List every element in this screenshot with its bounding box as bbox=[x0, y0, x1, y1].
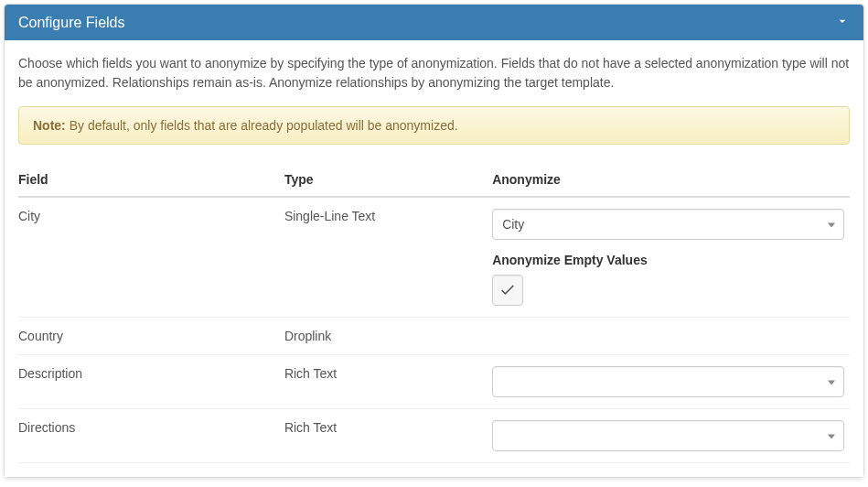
cell-field: Country bbox=[18, 318, 284, 355]
anonymize-select[interactable]: City bbox=[492, 209, 844, 240]
col-header-type: Type bbox=[284, 163, 492, 197]
anonymize-empty-label: Anonymize Empty Values bbox=[492, 253, 844, 267]
panel-title: Configure Fields bbox=[18, 15, 125, 31]
fields-table: Field Type Anonymize City Single-Line Te… bbox=[18, 163, 850, 463]
cell-type: Rich Text bbox=[284, 355, 492, 409]
cell-anonymize bbox=[492, 355, 850, 409]
checkmark-icon bbox=[498, 281, 517, 299]
cell-type: Rich Text bbox=[284, 409, 492, 463]
table-row: City Single-Line Text City Anonymize Emp… bbox=[18, 197, 850, 318]
panel-description: Choose which fields you want to anonymiz… bbox=[18, 54, 850, 92]
cell-anonymize bbox=[492, 318, 850, 355]
note-label: Note: bbox=[33, 118, 66, 133]
cell-anonymize: City Anonymize Empty Values bbox=[492, 197, 850, 318]
table-row: Directions Rich Text bbox=[18, 409, 850, 463]
note-text: By default, only fields that are already… bbox=[70, 118, 458, 133]
cell-field: City bbox=[18, 197, 284, 318]
anonymize-select[interactable] bbox=[492, 366, 844, 397]
table-row: Country Droplink bbox=[18, 318, 850, 355]
anonymize-select-value: City bbox=[502, 217, 524, 232]
anonymize-empty-checkbox[interactable] bbox=[492, 275, 523, 306]
table-row: Description Rich Text bbox=[18, 355, 850, 409]
anonymize-select[interactable] bbox=[492, 420, 844, 451]
cell-type: Single-Line Text bbox=[284, 197, 492, 318]
col-header-anonymize: Anonymize bbox=[492, 163, 850, 197]
cell-field: Directions bbox=[18, 409, 284, 463]
configure-fields-panel: Configure Fields Choose which fields you… bbox=[4, 4, 864, 478]
note-box: Note: By default, only fields that are a… bbox=[18, 106, 850, 145]
panel-body: Choose which fields you want to anonymiz… bbox=[5, 40, 863, 477]
cell-anonymize bbox=[492, 409, 850, 463]
chevron-down-icon[interactable] bbox=[835, 14, 850, 31]
col-header-field: Field bbox=[18, 163, 284, 197]
panel-header[interactable]: Configure Fields bbox=[5, 5, 863, 40]
cell-type: Droplink bbox=[284, 318, 492, 355]
cell-field: Description bbox=[18, 355, 284, 409]
